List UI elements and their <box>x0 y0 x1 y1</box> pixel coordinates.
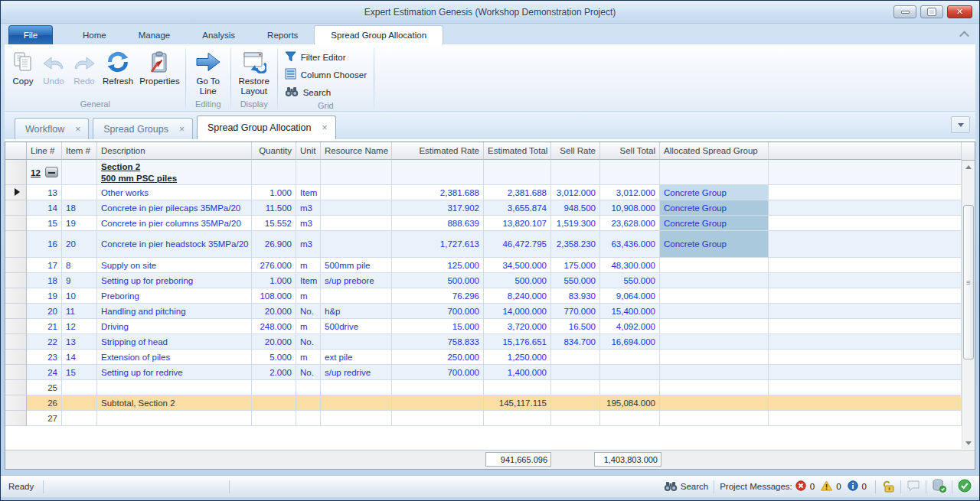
scrollbar-thumb[interactable]: ≡ <box>963 205 974 359</box>
cell-sell_rate[interactable]: 948.500 <box>551 200 600 216</box>
cell-sell_rate[interactable] <box>551 411 600 426</box>
status-search-button[interactable]: Search <box>664 480 708 493</box>
cell-line[interactable]: 20 <box>27 304 62 319</box>
cell-qty[interactable]: 20.000 <box>252 304 296 319</box>
cell-resource[interactable]: h&p <box>321 304 392 319</box>
cell-line[interactable]: 21 <box>27 319 62 334</box>
cell-qty[interactable]: 108.000 <box>252 288 296 304</box>
cell-sell_total[interactable]: 550.000 <box>600 273 660 288</box>
cell-unit[interactable] <box>296 380 321 395</box>
cell-sell_rate[interactable] <box>551 365 600 380</box>
row-selector[interactable] <box>5 411 27 426</box>
cell-item[interactable] <box>62 395 97 411</box>
cell-sell_rate[interactable]: 834.700 <box>551 334 600 350</box>
cell-sell_rate[interactable]: 83.930 <box>551 288 600 304</box>
cell-item[interactable]: 8 <box>62 258 97 273</box>
cell-est_rate[interactable]: 250.000 <box>392 350 484 365</box>
cell-sell_rate[interactable]: 175.000 <box>551 258 600 273</box>
cell-sell_rate[interactable]: 3,012.000 <box>551 185 600 200</box>
close-tab-icon[interactable]: × <box>179 125 185 133</box>
cell-desc[interactable]: Supply on site <box>97 258 252 273</box>
cell-line[interactable]: 25 <box>27 380 62 395</box>
cell-spread[interactable]: Concrete Group <box>660 200 769 216</box>
cell-sell_total[interactable] <box>600 380 660 395</box>
header-estimated-rate[interactable]: Estimated Rate <box>392 142 484 160</box>
cell-est_rate[interactable]: 125.000 <box>392 258 484 273</box>
cell-spread[interactable]: Concrete Group <box>660 216 769 231</box>
vertical-scrollbar[interactable]: ≡ <box>962 161 975 449</box>
cell-item[interactable]: 11 <box>62 304 97 319</box>
cell-resource[interactable]: ext pile <box>321 350 392 365</box>
cell-unit[interactable] <box>296 411 321 426</box>
cell-resource[interactable] <box>321 334 392 350</box>
filter-editor-button[interactable]: Filter Editor <box>280 48 371 66</box>
cell-resource[interactable] <box>321 380 392 395</box>
cell-est_rate[interactable] <box>392 411 484 426</box>
tab-reports[interactable]: Reports <box>251 25 314 44</box>
cell-qty[interactable]: 15.552 <box>252 216 296 231</box>
cell-sell_total[interactable]: 48,300.000 <box>600 258 660 273</box>
cell-item[interactable] <box>62 160 97 185</box>
cell-qty[interactable]: 276.000 <box>252 258 296 273</box>
cell-est_total[interactable]: 500.000 <box>484 273 551 288</box>
close-button[interactable]: ✕ <box>947 5 972 18</box>
cell-desc[interactable]: Concrete in pier pilecaps 35MPa/20 <box>97 200 252 216</box>
cell-est_total[interactable]: 2,381.688 <box>484 185 551 200</box>
row-selector[interactable] <box>5 365 27 380</box>
cell-est_rate[interactable]: 888.639 <box>392 216 484 231</box>
cell-sell_rate[interactable] <box>551 350 600 365</box>
cell-desc[interactable] <box>97 380 252 395</box>
cell-qty[interactable]: 1.000 <box>252 185 296 200</box>
cell-est_total[interactable] <box>484 380 551 395</box>
cell-spread[interactable] <box>660 319 769 334</box>
cell-sell_rate[interactable]: 770.000 <box>551 304 600 319</box>
cell-desc[interactable]: Section 2500 mm PSC piles <box>97 160 252 185</box>
cell-item[interactable]: 10 <box>62 288 97 304</box>
cell-line[interactable]: 18 <box>27 273 62 288</box>
row-selector[interactable] <box>5 395 27 411</box>
cell-sell_total[interactable] <box>600 411 660 426</box>
go-to-line-button[interactable]: Go To Line <box>188 46 228 96</box>
cell-unit[interactable]: No. <box>296 304 321 319</box>
cell-desc[interactable]: Preboring <box>97 288 252 304</box>
cell-est_total[interactable]: 1,400.000 <box>484 365 551 380</box>
cell-desc[interactable]: Subtotal, Section 2 <box>97 395 252 411</box>
cell-est_rate[interactable]: 700.000 <box>392 304 484 319</box>
cell-resource[interactable]: s/up redrive <box>321 365 392 380</box>
cell-spread[interactable] <box>660 304 769 319</box>
cell-sell_rate[interactable]: 1,519.300 <box>551 216 600 231</box>
cell-desc[interactable]: Handling and pitching <box>97 304 252 319</box>
header-quantity[interactable]: Quantity <box>252 142 296 160</box>
unlocked-icon[interactable] <box>881 480 895 494</box>
comment-bubble-icon[interactable] <box>906 480 920 493</box>
cell-unit[interactable] <box>296 160 321 185</box>
cell-qty[interactable]: 5.000 <box>252 350 296 365</box>
cell-est_rate[interactable]: 76.296 <box>392 288 484 304</box>
cell-qty[interactable] <box>252 380 296 395</box>
doc-tab-spread-groups[interactable]: Spread Groups × <box>93 118 193 139</box>
cell-resource[interactable] <box>321 216 392 231</box>
tab-manage[interactable]: Manage <box>122 25 187 44</box>
cell-unit[interactable]: m <box>296 350 321 365</box>
cell-desc[interactable]: Concrete in pier columns 35MPa/20 <box>97 216 252 231</box>
row-selector[interactable] <box>5 304 27 319</box>
cell-est_total[interactable] <box>484 160 551 185</box>
cell-item[interactable]: 15 <box>62 365 97 380</box>
cell-spread[interactable] <box>660 350 769 365</box>
cell-qty[interactable]: 26.900 <box>252 231 296 258</box>
cell-est_total[interactable]: 1,250.000 <box>484 350 551 365</box>
cell-desc[interactable]: Setting up for redrive <box>97 365 252 380</box>
cell-est_rate[interactable]: 500.000 <box>392 273 484 288</box>
cell-line[interactable]: 24 <box>27 365 62 380</box>
cell-unit[interactable]: No. <box>296 334 321 350</box>
header-sell-total[interactable]: Sell Total <box>600 142 660 160</box>
row-selector[interactable] <box>5 231 27 258</box>
cell-item[interactable]: 14 <box>62 350 97 365</box>
grid-row[interactable]: 2011Handling and pitching20.000No.h&p700… <box>5 304 962 319</box>
cell-unit[interactable]: Item <box>296 185 321 200</box>
cell-est_rate[interactable]: 15.000 <box>392 319 484 334</box>
row-selector[interactable] <box>5 334 27 350</box>
cell-resource[interactable] <box>321 160 392 185</box>
minimize-button[interactable] <box>893 5 916 18</box>
tab-home[interactable]: Home <box>67 25 122 44</box>
